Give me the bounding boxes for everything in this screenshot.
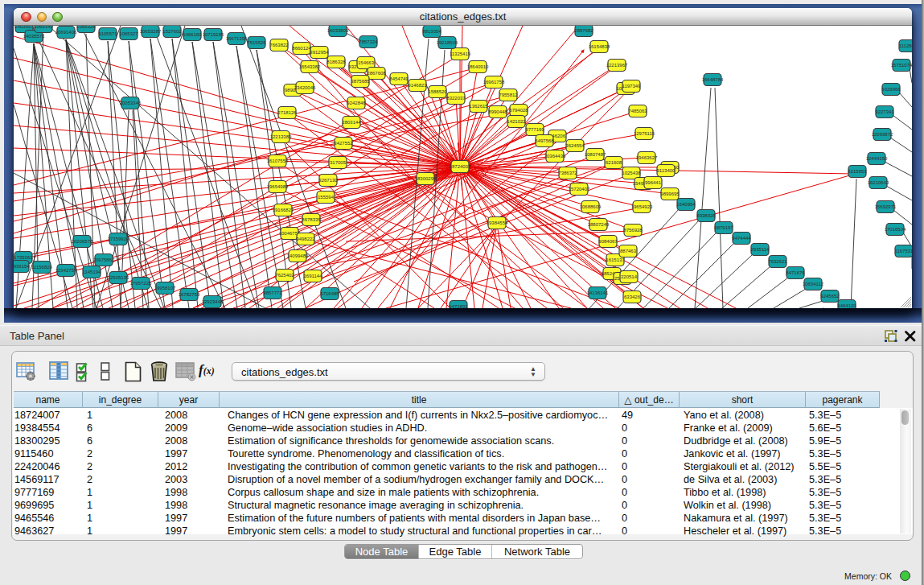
svg-text:8756928: 8756928: [623, 228, 643, 233]
svg-text:16782759: 16782759: [179, 292, 200, 297]
svg-text:16107554: 16107554: [267, 159, 289, 163]
svg-text:9464120: 9464120: [837, 303, 856, 308]
svg-text:17957225: 17957225: [130, 281, 152, 286]
svg-text:3624554: 3624554: [565, 143, 585, 148]
svg-text:1588520: 1588520: [428, 89, 447, 94]
svg-text:9857771: 9857771: [263, 290, 282, 295]
svg-text:1065328: 1065328: [76, 26, 96, 29]
svg-text:20691406: 20691406: [55, 30, 77, 35]
svg-text:19958107: 19958107: [154, 286, 176, 290]
svg-text:19654983: 19654983: [267, 184, 289, 189]
svg-text:6879197: 6879197: [714, 225, 733, 230]
svg-text:7485063: 7485063: [628, 109, 647, 113]
svg-text:1197349: 1197349: [622, 84, 642, 89]
svg-text:7955812: 7955812: [499, 93, 518, 97]
svg-text:887463: 887463: [620, 249, 637, 253]
svg-text:6794028: 6794028: [509, 108, 528, 113]
svg-text:8660124: 8660124: [292, 46, 311, 51]
svg-text:2803144: 2803144: [342, 120, 361, 125]
svg-text:18807249: 18807249: [588, 222, 610, 227]
svg-text:8990448: 8990448: [488, 109, 507, 114]
svg-text:9146821: 9146821: [408, 83, 427, 88]
svg-text:1403557: 1403557: [14, 26, 34, 29]
svg-text:14035571: 14035571: [23, 34, 45, 39]
svg-text:1939154: 1939154: [14, 264, 30, 269]
svg-text:2935114: 2935114: [751, 247, 770, 252]
svg-text:220514: 220514: [621, 274, 638, 279]
svg-text:8322037: 8322037: [446, 96, 466, 101]
svg-text:12975115: 12975115: [634, 131, 655, 136]
svg-text:19384554: 19384554: [487, 220, 508, 225]
svg-text:9245652: 9245652: [820, 294, 840, 299]
svg-text:9472831: 9472831: [449, 304, 468, 308]
svg-text:12923448: 12923448: [202, 299, 224, 304]
svg-text:3427552: 3427552: [334, 141, 353, 146]
svg-text:17016504: 17016504: [885, 227, 906, 232]
svg-text:18300295: 18300295: [415, 176, 437, 181]
svg-text:20206578: 20206578: [72, 239, 93, 244]
svg-text:9474444: 9474444: [732, 236, 751, 241]
svg-text:20053346: 20053346: [120, 101, 142, 105]
svg-text:7857224: 7857224: [359, 39, 378, 44]
svg-text:7386372: 7386372: [558, 171, 577, 175]
svg-text:9329966: 9329966: [881, 87, 901, 92]
svg-text:16648784: 16648784: [702, 77, 724, 82]
svg-text:1065327: 1065327: [119, 31, 138, 36]
svg-text:10807487: 10807487: [585, 152, 606, 157]
svg-text:1691144: 1691144: [304, 274, 323, 278]
svg-text:12093872: 12093872: [872, 132, 893, 137]
svg-text:1735061: 1735061: [14, 255, 33, 260]
svg-text:15751074: 15751074: [891, 63, 912, 68]
svg-text:8471676: 8471676: [786, 270, 805, 275]
svg-text:633426: 633426: [624, 295, 641, 299]
svg-text:14136141: 14136141: [587, 290, 609, 295]
svg-text:1025438: 1025438: [622, 171, 641, 175]
svg-text:3912954: 3912954: [310, 50, 329, 55]
svg-text:1362615: 1362615: [469, 104, 488, 109]
svg-text:155594: 155594: [318, 195, 335, 200]
svg-text:8215953: 8215953: [848, 169, 867, 174]
svg-text:9105571: 9105571: [98, 31, 117, 36]
svg-text:16543382: 16543382: [299, 64, 321, 69]
svg-text:2718126: 2718126: [277, 110, 297, 115]
svg-text:12342757: 12342757: [55, 268, 77, 273]
svg-text:12213967: 12213967: [606, 63, 628, 68]
svg-text:9084067: 9084067: [598, 239, 618, 244]
svg-text:7625402: 7625402: [275, 273, 294, 278]
svg-text:1145194: 1145194: [83, 270, 102, 274]
svg-text:19463627: 19463627: [636, 155, 658, 160]
svg-text:7515526: 7515526: [247, 40, 266, 45]
svg-text:7663822: 7663822: [269, 43, 289, 47]
svg-text:20975867: 20975867: [93, 257, 115, 262]
svg-text:9227341: 9227341: [875, 109, 894, 114]
svg-text:20364436: 20364436: [544, 154, 566, 159]
svg-text:10719185: 10719185: [203, 32, 224, 37]
svg-text:2069140: 2069140: [34, 26, 53, 29]
svg-text:19166827: 19166827: [273, 208, 294, 212]
svg-text:1615137: 1615137: [606, 257, 625, 262]
svg-text:12444150: 12444150: [866, 156, 888, 161]
svg-text:18640910: 18640910: [467, 64, 489, 69]
svg-text:3267130: 3267130: [318, 178, 338, 183]
svg-text:19218506: 19218506: [437, 40, 458, 45]
svg-text:1112843: 1112843: [899, 43, 912, 48]
svg-text:9242848: 9242848: [347, 101, 366, 105]
svg-text:11325419: 11325419: [450, 51, 471, 56]
svg-text:16210643: 16210643: [868, 180, 889, 185]
svg-text:1421022: 1421022: [507, 119, 526, 124]
svg-text:9113400: 9113400: [657, 168, 676, 173]
svg-text:1167531: 1167531: [895, 249, 912, 253]
svg-text:8454749: 8454749: [389, 76, 409, 81]
svg-text:6497568: 6497568: [535, 138, 554, 143]
svg-text:8186328: 8186328: [326, 60, 346, 64]
svg-text:11156829: 11156829: [31, 265, 52, 270]
svg-text:5716485: 5716485: [320, 291, 339, 296]
svg-text:10653287: 10653287: [140, 29, 162, 34]
svg-text:6466160: 6466160: [183, 32, 202, 37]
svg-text:8813054: 8813054: [422, 29, 441, 34]
svg-text:154663: 154663: [358, 60, 375, 65]
svg-text:16033809: 16033809: [327, 28, 349, 33]
svg-text:16154838: 16154838: [589, 44, 610, 49]
svg-text:10654112: 10654112: [803, 282, 824, 286]
svg-text:996441: 996441: [645, 180, 662, 185]
